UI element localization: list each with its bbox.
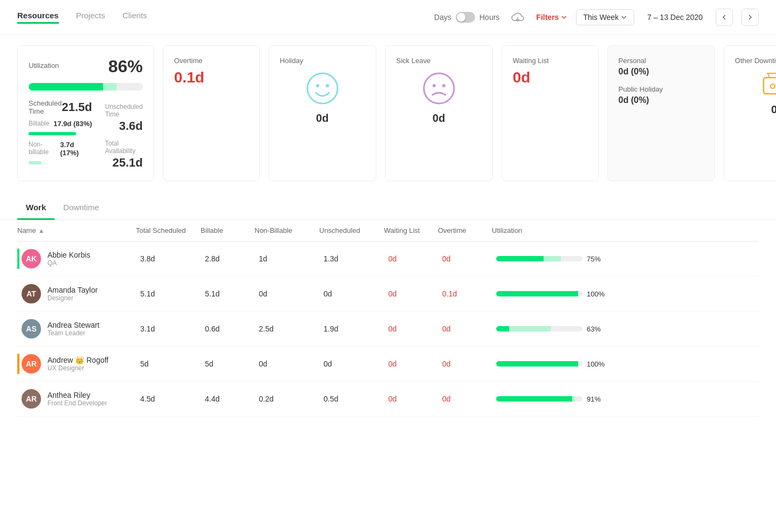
holiday-card: Holiday 0d <box>269 45 376 181</box>
nav-tab-resources[interactable]: Resources <box>17 11 59 24</box>
cell-nonbillable-abbie: 1d <box>259 254 324 263</box>
util-bar-green-andrew <box>496 361 578 367</box>
work-tab[interactable]: Work <box>17 196 54 220</box>
row-indicator-abbie <box>17 248 19 269</box>
nav-tab-projects[interactable]: Projects <box>76 11 105 24</box>
util-bar-abbie <box>496 256 582 261</box>
svg-point-1 <box>307 73 338 103</box>
person-abbie[interactable]: AK Abbie Korbis QA <box>22 249 140 268</box>
cell-overtime-abbie: 0d <box>442 254 496 263</box>
nav-tab-clients[interactable]: Clients <box>122 11 147 24</box>
personal-card: Personal 0d (0%) Public Holiday 0d (0%) <box>607 45 715 181</box>
days-hours-toggle-group: Days Hours <box>434 12 499 23</box>
hours-label: Hours <box>479 13 499 22</box>
avatar-andrew: AR <box>22 354 41 374</box>
overtime-card: Overtime 0.1d <box>163 45 260 181</box>
col-header-nonbillable: Non-Billable <box>255 226 319 234</box>
person-name-amanda: Amanda Taylor <box>47 286 98 294</box>
cell-nonbillable-andrew: 0d <box>259 360 324 368</box>
billable-label: Billable <box>29 120 50 130</box>
cell-overtime-amanda: 0.1d <box>442 289 496 298</box>
util-bar-amanda <box>496 291 582 296</box>
nav-right: Days Hours Filters This Week <box>434 8 759 27</box>
filters-button[interactable]: Filters <box>536 13 567 22</box>
cell-waiting-amanda: 0d <box>388 289 442 298</box>
cell-utilization-abbie: 75% <box>496 255 759 263</box>
person-role-amanda: Designer <box>47 294 98 302</box>
public-holiday-value: 0d (0%) <box>619 95 704 105</box>
waiting-list-value: 0d <box>513 69 587 86</box>
holiday-icon <box>305 71 340 106</box>
avatar-andrea: AS <box>22 319 41 338</box>
svg-point-4 <box>424 73 454 103</box>
table-header: Name ▲ Total Scheduled Billable Non-Bill… <box>17 220 759 241</box>
svg-point-5 <box>432 84 436 87</box>
unscheduled-value: 3.6d <box>119 119 143 133</box>
utilization-bar <box>29 83 143 91</box>
svg-text:OUT: OUT <box>770 82 776 91</box>
next-arrow[interactable] <box>741 9 759 26</box>
sick-leave-card: Sick Leave 0d <box>385 45 493 181</box>
sort-icon[interactable]: ▲ <box>38 227 45 234</box>
avatar-abbie: AK <box>22 249 41 268</box>
util-pct-andrea: 63% <box>587 325 601 333</box>
cell-overtime-andrew: 0d <box>442 360 496 368</box>
this-week-button[interactable]: This Week <box>576 9 634 25</box>
util-bar-light-anthea <box>572 396 575 402</box>
util-bar-light <box>103 83 116 91</box>
cell-unscheduled-abbie: 1.3d <box>324 254 388 263</box>
util-bar-andrew <box>496 361 582 367</box>
cell-overtime-anthea: 0d <box>442 395 496 403</box>
downtime-tab[interactable]: Downtime <box>54 196 108 220</box>
utilization-card: Utilization 86% Scheduled Time 21.5d Bil… <box>17 45 154 181</box>
person-amanda[interactable]: AT Amanda Taylor Designer <box>22 284 140 303</box>
row-indicator-andrew <box>17 354 19 374</box>
cell-utilization-andrew: 100% <box>496 360 759 368</box>
top-nav: Resources Projects Clients Days Hours F <box>0 0 776 34</box>
app-container: Resources Projects Clients Days Hours F <box>0 0 776 532</box>
person-anthea[interactable]: AR Anthea Riley Front End Developer <box>22 389 140 409</box>
avatar-amanda: AT <box>22 284 41 303</box>
days-label: Days <box>434 13 451 22</box>
holiday-value: 0d <box>280 112 365 125</box>
scheduled-header: Scheduled Time 21.5d <box>29 99 92 115</box>
out-icon: OUT <box>760 71 776 97</box>
person-role-andrew: UX Designer <box>47 364 108 372</box>
col-header-waiting: Waiting List <box>384 226 438 234</box>
sub-stats: Scheduled Time 21.5d Billable 17.9d (83%… <box>29 99 143 170</box>
nonbillable-label: Non-billable <box>29 141 60 159</box>
cell-unscheduled-anthea: 0.5d <box>324 395 388 403</box>
person-andrew[interactable]: AR Andrew 👑 Rogoff UX Designer <box>22 354 140 374</box>
days-hours-toggle[interactable] <box>456 12 475 23</box>
table-row: AS Andrea Stewart Team Leader 3.1d 0.6d … <box>17 312 759 347</box>
col-header-name: Name ▲ <box>17 226 136 234</box>
table-row: AR Andrew 👑 Rogoff UX Designer 5d 5d 0d … <box>17 347 759 382</box>
other-downtime-value: 0d <box>735 103 776 116</box>
cell-billable-andrea: 0.6d <box>205 324 259 333</box>
cell-total-anthea: 4.5d <box>140 395 205 403</box>
cloud-button[interactable] <box>508 8 527 27</box>
sick-leave-icon <box>422 71 456 106</box>
nonbillable-row: Non-billable 3.7d (17%) <box>29 141 92 159</box>
cell-total-andrew: 5d <box>140 360 205 368</box>
billable-row: Billable 17.9d (83%) <box>29 120 92 130</box>
util-bar-green-anthea <box>496 396 572 402</box>
total-avail-value: 25.1d <box>113 156 143 170</box>
cell-total-andrea: 3.1d <box>140 324 205 333</box>
col-header-unscheduled: Unscheduled <box>319 226 384 234</box>
cell-utilization-amanda: 100% <box>496 290 759 298</box>
util-bar-green-andrea <box>496 326 509 331</box>
person-andrea[interactable]: AS Andrea Stewart Team Leader <box>22 319 140 338</box>
person-name-andrea: Andrea Stewart <box>47 321 100 329</box>
col-header-total: Total Scheduled <box>136 226 201 234</box>
cell-nonbillable-amanda: 0d <box>259 289 324 298</box>
person-info-anthea: Anthea Riley Front End Developer <box>47 391 107 407</box>
sick-leave-label: Sick Leave <box>396 57 482 65</box>
table-row: AT Amanda Taylor Designer 5.1d 5.1d 0d 0… <box>17 277 759 312</box>
col-header-overtime: Overtime <box>438 226 492 234</box>
svg-point-6 <box>442 84 445 87</box>
avatar-anthea: AR <box>22 389 41 409</box>
table-row: AR Anthea Riley Front End Developer 4.5d… <box>17 382 759 417</box>
prev-arrow[interactable] <box>716 9 733 26</box>
personal-value: 0d (0%) <box>619 67 704 77</box>
